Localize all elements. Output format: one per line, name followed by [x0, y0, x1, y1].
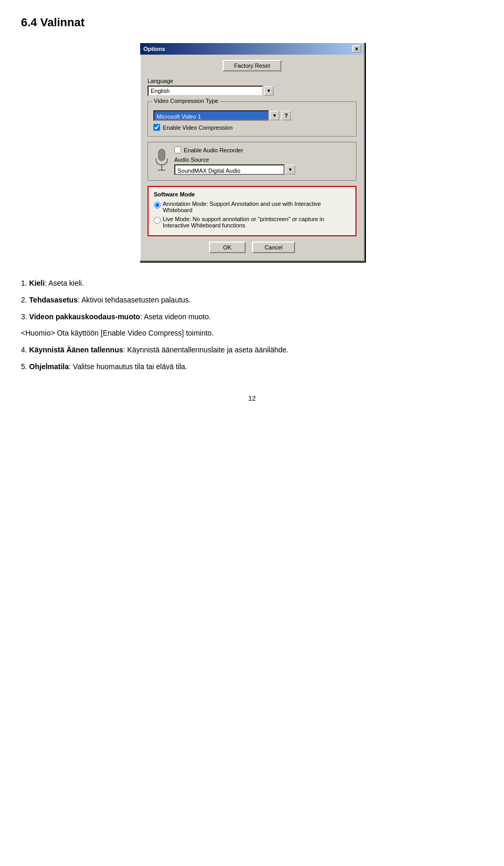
desc-item-1: 1. Kieli: Aseta kieli. — [21, 277, 483, 290]
video-compression-label: Video Compression Type — [152, 98, 220, 104]
microphone-icon — [153, 149, 170, 174]
dialog-body: Factory Reset Language English ▼ Video C… — [140, 55, 364, 260]
desc-text-2: : Aktivoi tehdasasetusten palautus. — [78, 296, 191, 304]
cancel-button[interactable]: Cancel — [252, 242, 295, 253]
language-select-row: English ▼ — [148, 86, 356, 96]
language-label: Language — [148, 78, 356, 84]
video-dropdown-arrow[interactable]: ▼ — [270, 111, 279, 120]
desc-bold-1: Kieli — [29, 279, 45, 287]
desc-text-6: : Valitse huomautus tila tai elävä tila. — [69, 362, 187, 371]
desc-text-5: : Käynnistä äänentallennuslaite ja aseta… — [123, 346, 289, 354]
dialog-title: Options — [143, 46, 165, 52]
ok-cancel-row: OK Cancel — [148, 242, 356, 253]
desc-number-6: 5. — [21, 362, 29, 371]
dialog-titlebar: Options ✕ — [140, 43, 364, 55]
ok-button[interactable]: OK — [209, 242, 246, 253]
desc-bold-6: Ohjelmatila — [29, 362, 69, 371]
software-mode-title: Software Mode — [154, 191, 350, 197]
desc-item-4: <Huomio> Ota käyttöön [Enable Video Comp… — [21, 327, 483, 340]
live-mode-radio[interactable] — [154, 217, 161, 224]
desc-number-2: 2. — [21, 296, 29, 304]
language-dropdown-arrow[interactable]: ▼ — [264, 86, 274, 96]
options-dialog: Options ✕ Factory Reset Language English… — [139, 42, 365, 262]
factory-reset-button[interactable]: Factory Reset — [223, 60, 281, 71]
live-mode-row: Live Mode: No support annotation or "pri… — [154, 216, 350, 228]
software-mode-section: Software Mode Annotation Mode: Support A… — [148, 186, 356, 236]
audio-row: Enable Audio Recorder Audio Source Sound… — [153, 147, 351, 175]
audio-source-row: SoundMAX Digital Audio ▼ — [174, 164, 351, 175]
audio-section: Enable Audio Recorder Audio Source Sound… — [148, 142, 356, 181]
desc-number-5: 4. — [21, 346, 29, 354]
help-button[interactable]: ? — [281, 111, 291, 120]
audio-dropdown-arrow[interactable]: ▼ — [286, 165, 295, 174]
desc-text-1: : Aseta kieli. — [45, 279, 84, 287]
enable-video-compression-row: Enable Video Compression — [153, 124, 351, 131]
close-button[interactable]: ✕ — [352, 45, 361, 53]
annotation-mode-label: Annotation Mode: Support Annotation and … — [163, 201, 350, 213]
language-section: Language English ▼ — [148, 78, 356, 96]
desc-text-4: <Huomio> Ota käyttöön [Enable Video Comp… — [21, 329, 214, 337]
enable-video-compression-label: Enable Video Compression — [163, 124, 233, 131]
annotation-mode-row: Annotation Mode: Support Annotation and … — [154, 201, 350, 213]
language-input[interactable]: English — [148, 86, 263, 96]
desc-item-5: 4. Käynnistä Äänen tallennus: Käynnistä … — [21, 344, 483, 357]
desc-number-3: 3. — [21, 312, 29, 321]
desc-number-1: 1. — [21, 279, 29, 287]
enable-audio-recorder-label: Enable Audio Recorder — [184, 147, 243, 153]
audio-source-input[interactable]: SoundMAX Digital Audio — [174, 164, 285, 175]
desc-text-3: : Aseta videon muoto. — [140, 312, 211, 321]
enable-video-compression-checkbox[interactable] — [153, 124, 160, 131]
page-heading: 6.4 Valinnat — [21, 16, 483, 29]
desc-bold-2: Tehdasasetus — [29, 296, 78, 304]
description-section: 1. Kieli: Aseta kieli. 2. Tehdasasetus: … — [21, 277, 483, 373]
page-number: 12 — [21, 394, 483, 402]
video-compression-section: Video Compression Type Microsoft Video 1… — [148, 101, 356, 137]
svg-rect-0 — [159, 149, 165, 161]
enable-audio-recorder-checkbox[interactable] — [174, 147, 181, 153]
audio-source-label: Audio Source — [174, 156, 351, 163]
enable-audio-recorder-row: Enable Audio Recorder — [174, 147, 351, 153]
desc-item-3: 3. Videon pakkauskoodaus-muoto: Aseta vi… — [21, 311, 483, 324]
dialog-wrapper: Options ✕ Factory Reset Language English… — [21, 42, 483, 262]
video-compression-input[interactable]: Microsoft Video 1 — [153, 110, 269, 121]
audio-controls: Enable Audio Recorder Audio Source Sound… — [174, 147, 351, 175]
video-select-row: Microsoft Video 1 ▼ ? — [153, 110, 351, 121]
annotation-mode-radio[interactable] — [154, 202, 161, 208]
live-mode-label: Live Mode: No support annotation or "pri… — [163, 216, 350, 228]
desc-bold-5: Käynnistä Äänen tallennus — [29, 346, 123, 354]
desc-item-2: 2. Tehdasasetus: Aktivoi tehdasasetusten… — [21, 294, 483, 307]
desc-bold-3: Videon pakkauskoodaus-muoto — [29, 312, 140, 321]
desc-item-6: 5. Ohjelmatila: Valitse huomautus tila t… — [21, 361, 483, 373]
